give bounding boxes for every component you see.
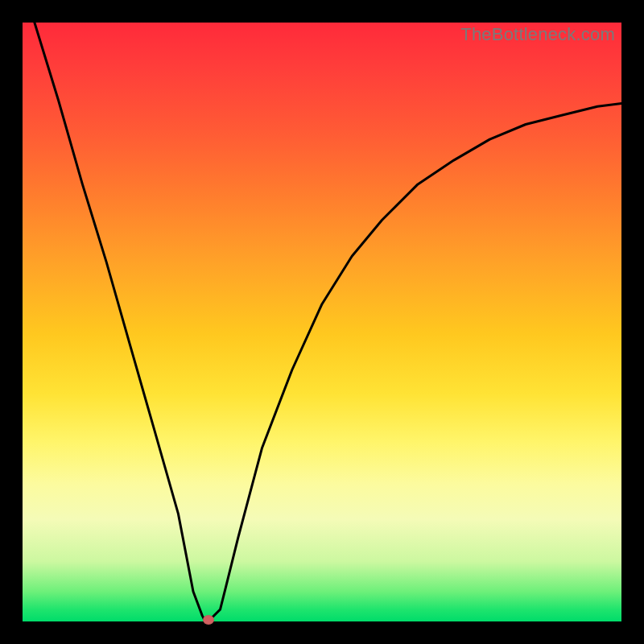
min-marker-icon bbox=[203, 615, 214, 625]
chart-frame: TheBottleneck.com bbox=[0, 0, 644, 644]
bottleneck-curve-path bbox=[35, 23, 621, 621]
curve-svg bbox=[23, 23, 621, 621]
plot-area: TheBottleneck.com bbox=[23, 23, 621, 621]
